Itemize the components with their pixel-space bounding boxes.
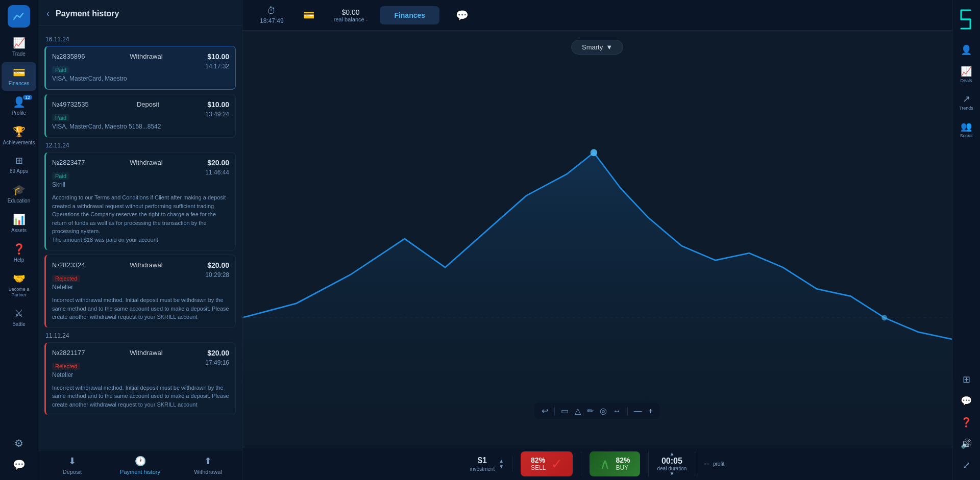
pencil-icon[interactable]: ✏ xyxy=(587,406,594,416)
trading-bar: $1 investment ▲ ▼ 82% SELL ✓ ∧ 82% xyxy=(242,447,952,480)
plus-icon[interactable]: + xyxy=(648,407,653,416)
deposit-label: Deposit xyxy=(63,469,82,475)
right-sidebar-item-user[interactable]: 👤 xyxy=(953,40,979,60)
arrows-icon[interactable]: ↔ xyxy=(613,407,621,416)
buy-section: ∧ 82% BUY xyxy=(581,451,649,476)
finances-button[interactable]: Finances xyxy=(380,6,439,24)
sidebar-item-support[interactable]: 💬 xyxy=(2,454,36,475)
investment-down-button[interactable]: ▼ xyxy=(499,464,504,469)
deposit-button[interactable]: ⬇ Deposit xyxy=(38,450,106,480)
triangle-icon[interactable]: △ xyxy=(575,406,581,416)
right-sidebar-item-layout[interactable]: ⊞ xyxy=(953,370,979,389)
minus-icon[interactable]: — xyxy=(634,407,642,416)
sidebar-item-label: Battle xyxy=(12,321,26,327)
right-sidebar-item-trends[interactable]: ↗ Trends xyxy=(953,89,979,115)
social-label: Social xyxy=(960,133,973,138)
apps-icon: ⊞ xyxy=(15,155,23,166)
duration-control: ▲ 00:05 deal duration ▼ xyxy=(657,451,687,476)
battle-icon: ⚔ xyxy=(14,307,23,319)
tx-method: Neteller xyxy=(52,283,80,292)
brand-logo xyxy=(956,8,976,31)
achievements-icon: 🏆 xyxy=(13,125,26,138)
back-button[interactable]: ‹ xyxy=(46,8,50,19)
partner-icon: 🤝 xyxy=(13,272,26,285)
sidebar-item-profile[interactable]: 👤 Profile 12 xyxy=(2,92,36,120)
circle-icon[interactable]: ◎ xyxy=(600,406,607,416)
timer-icon: ⏱ xyxy=(267,6,276,16)
status-badge: Rejected xyxy=(52,275,80,282)
duration-section: ▲ 00:05 deal duration ▼ xyxy=(649,451,695,476)
support-icon: 💬 xyxy=(13,459,26,471)
card-icon: 💳 xyxy=(303,10,314,21)
right-sidebar-item-chat[interactable]: 💬 xyxy=(953,391,979,411)
sell-button[interactable]: 82% SELL ✓ xyxy=(521,451,573,476)
user-icon: 👤 xyxy=(961,44,972,56)
sidebar-item-finances[interactable]: 💳 Finances xyxy=(2,62,36,91)
tx-method: VISA, MasterCard, Maestro 5158...8542 xyxy=(52,122,161,131)
volume-icon: 🔊 xyxy=(961,438,972,449)
right-sidebar-item-volume[interactable]: 🔊 xyxy=(953,434,979,453)
transaction-card[interactable]: №2821177 Withdrawal $20.00 Rejected Nete… xyxy=(44,342,236,416)
card-button[interactable]: 💳 xyxy=(296,7,322,24)
left-sidebar: 📈 Trade 💳 Finances 👤 Profile 12 🏆 Achiev… xyxy=(0,0,38,480)
balance-amount: $0.00 xyxy=(342,8,360,16)
transaction-card[interactable]: №49732535 Deposit $10.00 Paid VISA, Mast… xyxy=(44,94,236,138)
sidebar-item-achievements[interactable]: 🏆 Achievements xyxy=(2,121,36,150)
history-label: Payment history xyxy=(120,469,160,475)
profile-badge: 12 xyxy=(23,95,32,100)
buy-button[interactable]: ∧ 82% BUY xyxy=(590,451,640,476)
sidebar-item-trade[interactable]: 📈 Trade xyxy=(2,33,36,61)
chat-button[interactable]: 💬 xyxy=(445,2,480,29)
tx-amount: $20.00 xyxy=(207,159,229,167)
toolbar-separator xyxy=(627,407,628,415)
tx-id: №2823324 xyxy=(52,261,85,269)
date-label: 11.11.24 xyxy=(44,332,236,339)
transaction-card[interactable]: №2823324 Withdrawal $20.00 Rejected Nete… xyxy=(44,255,236,328)
tx-id: №2821177 xyxy=(52,349,85,357)
sidebar-item-assets[interactable]: 📊 Assets xyxy=(2,209,36,238)
investment-label: investment xyxy=(470,466,495,472)
undo-icon[interactable]: ↩ xyxy=(542,406,548,416)
duration-down-button[interactable]: ▼ xyxy=(669,471,674,476)
chart-svg xyxy=(242,31,952,447)
sidebar-item-label: Trade xyxy=(12,51,26,57)
rect-icon[interactable]: ▭ xyxy=(561,406,569,416)
transaction-card[interactable]: №2823477 Withdrawal $20.00 Paid Skrill 1… xyxy=(44,152,236,250)
withdrawal-button[interactable]: ⬆ Withdrawal xyxy=(174,450,242,480)
chat-icon: 💬 xyxy=(961,395,972,407)
payment-list: 16.11.24 №2835896 Withdrawal $10.00 Paid… xyxy=(38,26,242,450)
sell-section: 82% SELL ✓ xyxy=(512,451,581,476)
sidebar-item-become-partner[interactable]: 🤝 Become a Partner xyxy=(2,268,36,302)
right-sidebar-item-deals[interactable]: 📈 Deals xyxy=(953,62,979,87)
sidebar-item-apps[interactable]: ⊞ 89 Apps xyxy=(2,151,36,179)
tx-type: Withdrawal xyxy=(130,349,162,357)
investment-up-button[interactable]: ▲ xyxy=(499,459,504,464)
tx-amount: $20.00 xyxy=(207,261,229,269)
transaction-card[interactable]: №2835896 Withdrawal $10.00 Paid VISA, Ma… xyxy=(44,46,236,90)
tx-time: 10:29:28 xyxy=(205,271,229,279)
tx-method: Neteller xyxy=(52,370,80,380)
social-icon: 👥 xyxy=(961,121,972,132)
sidebar-item-battle[interactable]: ⚔ Battle xyxy=(2,303,36,332)
smarty-button[interactable]: Smarty ▼ xyxy=(571,40,623,55)
sidebar-item-settings[interactable]: ⚙ xyxy=(2,433,36,453)
sidebar-item-label: Help xyxy=(14,257,24,263)
right-sidebar-item-social[interactable]: 👥 Social xyxy=(953,117,979,142)
duration-up-button[interactable]: ▲ xyxy=(669,451,674,457)
payment-history-button[interactable]: 🕐 Payment history xyxy=(106,450,174,480)
svg-point-3 xyxy=(881,315,887,320)
trends-icon: ↗ xyxy=(963,93,970,105)
smarty-label: Smarty xyxy=(582,43,603,51)
sidebar-item-education[interactable]: 🎓 Education xyxy=(2,180,36,208)
withdrawal-label: Withdrawal xyxy=(194,469,222,475)
investment-arrows: ▲ ▼ xyxy=(499,459,504,469)
buy-arrow-icon: ∧ xyxy=(600,456,610,472)
timer-button[interactable]: ⏱ 18:47:49 xyxy=(253,3,291,28)
tx-amount: $10.00 xyxy=(207,53,229,61)
sidebar-item-label: Profile xyxy=(12,110,26,116)
svg-point-2 xyxy=(591,149,597,156)
right-sidebar-item-help[interactable]: ❓ xyxy=(953,413,979,432)
sidebar-item-help[interactable]: ❓ Help xyxy=(2,239,36,267)
right-sidebar-item-fullscreen[interactable]: ⤢ xyxy=(953,456,979,475)
sell-label: SELL xyxy=(531,464,546,471)
